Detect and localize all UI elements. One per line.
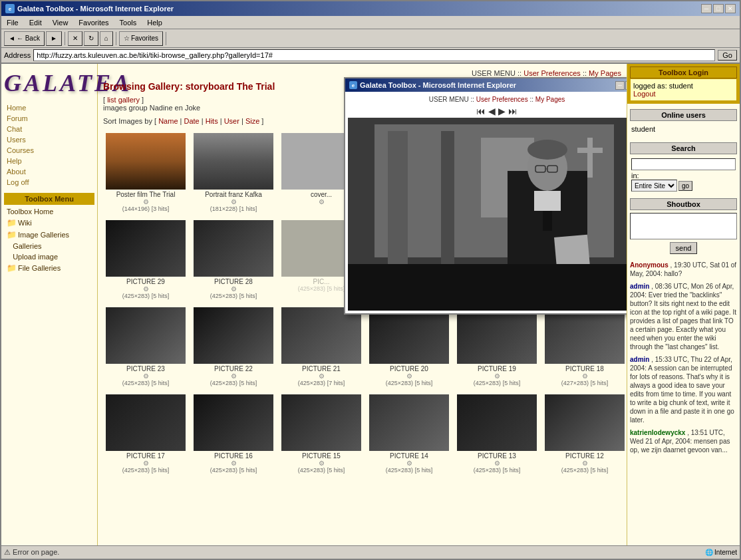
sidebar-item-file-galleries[interactable]: 📁 File Galleries <box>4 262 94 274</box>
popup-user-menu: USER MENU :: User Preferences :: My Page… <box>348 94 627 104</box>
search-go-button[interactable]: go <box>678 181 692 191</box>
popup-nav-bar: ⏮ ◀ ▶ ⏭ <box>348 104 627 118</box>
shoutbox-section: Shoutbox send <box>627 196 740 258</box>
back-button[interactable]: ◄ ← Back <box>4 31 45 46</box>
list-item[interactable]: Portrait franz Kafka ⚙ (181×228) [1 hits… <box>191 130 276 215</box>
svg-rect-15 <box>348 264 627 311</box>
popup-minimize-button[interactable]: ─ <box>615 81 625 90</box>
list-item[interactable]: PICTURE 20 ⚙ (425×283) [5 hits] <box>367 305 452 389</box>
sidebar-item-galleries[interactable]: Galleries <box>4 241 94 251</box>
favorites-button[interactable]: ☆ Favorites <box>119 31 163 46</box>
list-item[interactable]: PICTURE 17 ⚙ (425×283) [5 hits] <box>103 392 188 476</box>
list-item[interactable]: PICTURE 13 ⚙ (425×283) [5 hits] <box>454 392 539 476</box>
title-bar-left: e Galatea Toolbox - Microsoft Internet E… <box>5 4 174 13</box>
sidebar-item-wiki[interactable]: 📁 Wiki <box>4 217 94 229</box>
list-item[interactable]: PICTURE 23 ⚙ (425×283) [5 hits] <box>103 305 188 389</box>
chat-username-3: admin <box>630 356 649 363</box>
chat-message-2: admin , 08:36 UTC, Mon 26 of Apr, 2004: … <box>630 282 737 351</box>
sidebar-item-image-galleries[interactable]: 📁 Image Galleries <box>4 229 94 241</box>
shoutbox-input[interactable] <box>630 213 737 239</box>
list-item[interactable]: PICTURE 14 ⚙ (425×283) [5 hits] <box>367 392 452 476</box>
error-icon: ⚠ <box>4 548 11 556</box>
nav-home[interactable]: Home <box>4 102 94 113</box>
search-input[interactable] <box>631 158 736 170</box>
toolbox-home-link[interactable]: Toolbox Home <box>4 206 94 217</box>
title-bar-controls[interactable]: ─ □ ✕ <box>701 4 736 13</box>
list-gallery-link[interactable]: list gallery <box>107 96 140 104</box>
nav-forum[interactable]: Forum <box>4 113 94 124</box>
internet-zone: 🌐 Internet <box>705 549 737 556</box>
toolbox-menu-title: Toolbox Menu <box>4 193 94 205</box>
menu-view[interactable]: View <box>50 18 71 27</box>
svg-rect-17 <box>577 148 603 153</box>
list-item[interactable]: PICTURE 28 ⚙ (425×283) [5 hits] <box>191 217 276 302</box>
list-item[interactable]: PICTURE 15 ⚙ (425×283) [5 hits] <box>279 392 364 476</box>
svg-rect-3 <box>388 131 408 264</box>
nav-logoff[interactable]: Log off <box>4 177 94 188</box>
list-item[interactable]: PICTURE 29 ⚙ (425×283) [5 hits] <box>103 217 188 302</box>
search-select[interactable]: Entire Site <box>631 180 677 192</box>
go-button[interactable]: Go <box>718 50 737 61</box>
menu-help[interactable]: Help <box>144 18 165 27</box>
list-item[interactable]: PICTURE 19 ⚙ (425×283) [5 hits] <box>454 305 539 389</box>
search-options-row: Entire Site go <box>631 180 736 192</box>
logout-link[interactable]: Logout <box>633 90 656 98</box>
user-menu-label: USER MENU :: <box>472 69 521 77</box>
nav-chat[interactable]: Chat <box>4 124 94 134</box>
refresh-button[interactable]: ↻ <box>84 31 98 46</box>
menu-tools[interactable]: Tools <box>117 18 140 27</box>
sort-size[interactable]: Size <box>245 117 259 125</box>
list-item[interactable]: PICTURE 21 ⚙ (425×283) [7 hits] <box>279 305 364 389</box>
list-item[interactable]: PICTURE 16 ⚙ (425×283) [5 hits] <box>191 392 276 476</box>
chat-messages: Anonymous , 19:30 UTC, Sat 01 of May, 20… <box>627 258 740 461</box>
chat-message-3: admin , 15:33 UTC, Thu 22 of Apr, 2004: … <box>630 355 737 424</box>
list-item[interactable]: PICTURE 12 ⚙ (425×283) [5 hits] <box>542 392 627 476</box>
address-label: Address <box>4 51 31 59</box>
popup-my-pages-link[interactable]: My Pages <box>535 96 565 103</box>
popup-image-display[interactable] <box>348 118 627 311</box>
address-input[interactable] <box>33 49 715 61</box>
nav-last-button[interactable]: ⏭ <box>508 106 518 116</box>
login-box: Toolbox Login logged as: student Logout <box>627 64 740 104</box>
nav-courses[interactable]: Courses <box>4 145 94 156</box>
sort-name[interactable]: Name <box>158 117 178 125</box>
close-button[interactable]: ✕ <box>725 4 736 13</box>
globe-icon: 🌐 <box>705 549 713 556</box>
user-preferences-link[interactable]: User Preferences <box>523 69 581 77</box>
nav-users[interactable]: Users <box>4 134 94 145</box>
nav-next-button[interactable]: ▶ <box>498 106 506 116</box>
sort-user[interactable]: User <box>224 117 239 125</box>
sidebar-item-upload[interactable]: Upload image <box>4 251 94 262</box>
svg-rect-4 <box>441 131 454 264</box>
nav-help[interactable]: Help <box>4 156 94 166</box>
nav-prev-button[interactable]: ◀ <box>488 106 496 116</box>
sort-hits[interactable]: Hits <box>206 117 218 125</box>
list-item[interactable]: PICTURE 18 ⚙ (427×283) [5 hits] <box>542 305 627 389</box>
list-item[interactable]: PICTURE 22 ⚙ (425×283) [5 hits] <box>191 305 276 389</box>
home-button[interactable]: ⌂ <box>100 31 113 46</box>
my-pages-link[interactable]: My Pages <box>589 69 621 77</box>
popup-user-preferences-link[interactable]: User Preferences <box>476 96 528 103</box>
nav-about[interactable]: About <box>4 166 94 177</box>
user-menu-bar: USER MENU :: User Preferences :: My Page… <box>103 69 621 77</box>
maximize-button[interactable]: □ <box>713 4 724 13</box>
menu-file[interactable]: File <box>4 18 21 27</box>
browser-window: e Galatea Toolbox - Microsoft Internet E… <box>0 0 741 560</box>
minimize-button[interactable]: ─ <box>701 4 712 13</box>
browsing-gallery-link[interactable]: Browsing Gallery: storyboard The Trial <box>103 81 275 92</box>
stop-button[interactable]: ✕ <box>68 31 82 46</box>
list-item[interactable]: Poster film The Trial ⚙ (144×196) [3 hit… <box>103 130 188 215</box>
popup-controls[interactable]: ─ □ ✕ <box>615 81 627 90</box>
menu-edit[interactable]: Edit <box>27 18 45 27</box>
menu-favorites[interactable]: Favorites <box>76 18 111 27</box>
chat-message-1: Anonymous , 19:30 UTC, Sat 01 of May, 20… <box>630 261 737 278</box>
popup-window: e Galatea Toolbox - Microsoft Internet E… <box>344 77 627 315</box>
login-box-content: logged as: student Logout <box>630 78 737 101</box>
nav-first-button[interactable]: ⏮ <box>476 106 486 116</box>
sidebar: GALATEA Home Forum Chat Users Courses He… <box>1 64 98 545</box>
send-button[interactable]: send <box>670 242 698 254</box>
favorites-icon: ☆ <box>124 35 130 42</box>
popup-maximize-button[interactable]: □ <box>625 81 627 90</box>
forward-button[interactable]: ► <box>46 31 62 46</box>
sort-date[interactable]: Date <box>184 117 199 125</box>
